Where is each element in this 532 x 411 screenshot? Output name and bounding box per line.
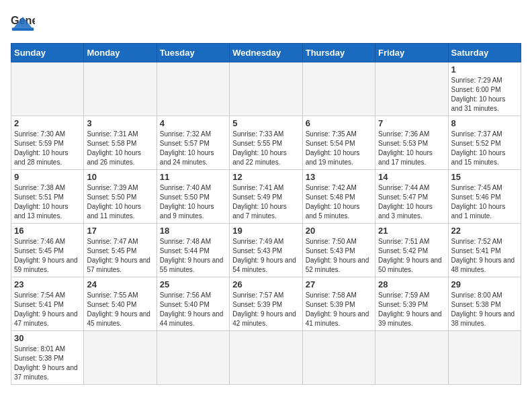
cell-sun-info: Sunrise: 7:37 AM Sunset: 5:52 PM Dayligh… <box>451 130 518 167</box>
day-number: 27 <box>306 279 372 289</box>
calendar-cell: 8Sunrise: 7:37 AM Sunset: 5:52 PM Daylig… <box>448 116 521 170</box>
calendar-cell: 18Sunrise: 7:48 AM Sunset: 5:44 PM Dayli… <box>157 224 229 277</box>
weekday-header-saturday: Saturday <box>448 44 521 62</box>
cell-sun-info: Sunrise: 7:31 AM Sunset: 5:58 PM Dayligh… <box>87 130 153 167</box>
cell-sun-info: Sunrise: 8:00 AM Sunset: 5:38 PM Dayligh… <box>451 291 518 328</box>
calendar-cell: 22Sunrise: 7:52 AM Sunset: 5:41 PM Dayli… <box>448 224 521 277</box>
day-number: 8 <box>451 118 518 128</box>
cell-sun-info: Sunrise: 7:32 AM Sunset: 5:57 PM Dayligh… <box>160 130 226 167</box>
day-number: 7 <box>378 118 445 128</box>
cell-sun-info: Sunrise: 7:45 AM Sunset: 5:46 PM Dayligh… <box>451 183 518 221</box>
cell-sun-info: Sunrise: 7:51 AM Sunset: 5:42 PM Dayligh… <box>378 237 445 275</box>
calendar-week-row: 2Sunrise: 7:30 AM Sunset: 5:59 PM Daylig… <box>11 116 521 170</box>
calendar-cell: 26Sunrise: 7:57 AM Sunset: 5:39 PM Dayli… <box>230 277 302 331</box>
calendar-cell: 15Sunrise: 7:45 AM Sunset: 5:46 PM Dayli… <box>448 170 521 224</box>
day-number: 13 <box>306 172 372 182</box>
cell-sun-info: Sunrise: 7:57 AM Sunset: 5:39 PM Dayligh… <box>232 291 299 328</box>
calendar-cell: 30Sunrise: 8:01 AM Sunset: 5:38 PM Dayli… <box>11 331 84 385</box>
calendar-week-row: 23Sunrise: 7:54 AM Sunset: 5:41 PM Dayli… <box>11 277 521 331</box>
cell-sun-info: Sunrise: 7:54 AM Sunset: 5:41 PM Dayligh… <box>14 291 81 328</box>
day-number: 19 <box>232 226 299 236</box>
calendar-cell: 21Sunrise: 7:51 AM Sunset: 5:42 PM Dayli… <box>375 224 448 277</box>
calendar-cell: 25Sunrise: 7:56 AM Sunset: 5:40 PM Dayli… <box>157 277 229 331</box>
day-number: 28 <box>378 279 445 289</box>
day-number: 4 <box>160 118 226 128</box>
cell-sun-info: Sunrise: 7:30 AM Sunset: 5:59 PM Dayligh… <box>14 130 81 167</box>
cell-sun-info: Sunrise: 7:59 AM Sunset: 5:39 PM Dayligh… <box>378 291 445 328</box>
day-number: 29 <box>451 279 518 289</box>
calendar-cell: 17Sunrise: 7:47 AM Sunset: 5:45 PM Dayli… <box>84 224 157 277</box>
calendar-week-row: 9Sunrise: 7:38 AM Sunset: 5:51 PM Daylig… <box>11 170 521 224</box>
calendar-cell <box>84 62 157 116</box>
day-number: 16 <box>14 226 81 236</box>
calendar-cell: 13Sunrise: 7:42 AM Sunset: 5:48 PM Dayli… <box>302 170 375 224</box>
cell-sun-info: Sunrise: 7:46 AM Sunset: 5:45 PM Dayligh… <box>14 237 81 275</box>
cell-sun-info: Sunrise: 7:38 AM Sunset: 5:51 PM Dayligh… <box>14 183 81 221</box>
cell-sun-info: Sunrise: 7:42 AM Sunset: 5:48 PM Dayligh… <box>306 183 372 221</box>
logo: General <box>11 11 38 35</box>
calendar-cell <box>157 62 229 116</box>
calendar-cell: 4Sunrise: 7:32 AM Sunset: 5:57 PM Daylig… <box>157 116 229 170</box>
day-number: 12 <box>232 172 299 182</box>
cell-sun-info: Sunrise: 7:35 AM Sunset: 5:54 PM Dayligh… <box>306 130 372 167</box>
calendar-cell: 29Sunrise: 8:00 AM Sunset: 5:38 PM Dayli… <box>448 277 521 331</box>
calendar-table: SundayMondayTuesdayWednesdayThursdayFrid… <box>11 43 521 385</box>
day-number: 1 <box>451 64 518 75</box>
day-number: 2 <box>14 118 81 128</box>
day-number: 25 <box>160 279 226 289</box>
day-number: 20 <box>306 226 372 236</box>
calendar-cell: 6Sunrise: 7:35 AM Sunset: 5:54 PM Daylig… <box>302 116 375 170</box>
calendar-cell: 5Sunrise: 7:33 AM Sunset: 5:55 PM Daylig… <box>230 116 302 170</box>
calendar-cell: 27Sunrise: 7:58 AM Sunset: 5:39 PM Dayli… <box>302 277 375 331</box>
weekday-header-thursday: Thursday <box>302 44 375 62</box>
weekday-header-wednesday: Wednesday <box>230 44 302 62</box>
logo-icon: General <box>11 11 35 35</box>
calendar-cell <box>448 331 521 385</box>
calendar-cell <box>302 62 375 116</box>
cell-sun-info: Sunrise: 7:33 AM Sunset: 5:55 PM Dayligh… <box>232 130 299 167</box>
day-number: 24 <box>87 279 153 289</box>
page-header: General <box>11 11 521 35</box>
calendar-week-row: 16Sunrise: 7:46 AM Sunset: 5:45 PM Dayli… <box>11 224 521 277</box>
weekday-header-tuesday: Tuesday <box>157 44 229 62</box>
calendar-cell <box>230 62 302 116</box>
calendar-week-row: 30Sunrise: 8:01 AM Sunset: 5:38 PM Dayli… <box>11 331 521 385</box>
calendar-cell: 14Sunrise: 7:44 AM Sunset: 5:47 PM Dayli… <box>375 170 448 224</box>
day-number: 15 <box>451 172 518 182</box>
calendar-cell: 19Sunrise: 7:49 AM Sunset: 5:43 PM Dayli… <box>230 224 302 277</box>
cell-sun-info: Sunrise: 7:29 AM Sunset: 6:00 PM Dayligh… <box>451 76 518 113</box>
day-number: 17 <box>87 226 153 236</box>
calendar-cell: 10Sunrise: 7:39 AM Sunset: 5:50 PM Dayli… <box>84 170 157 224</box>
svg-rect-2 <box>12 28 34 31</box>
day-number: 14 <box>378 172 445 182</box>
calendar-cell <box>230 331 302 385</box>
calendar-cell: 9Sunrise: 7:38 AM Sunset: 5:51 PM Daylig… <box>11 170 84 224</box>
calendar-cell: 11Sunrise: 7:40 AM Sunset: 5:50 PM Dayli… <box>157 170 229 224</box>
day-number: 30 <box>14 333 81 343</box>
cell-sun-info: Sunrise: 7:56 AM Sunset: 5:40 PM Dayligh… <box>160 291 226 328</box>
day-number: 21 <box>378 226 445 236</box>
weekday-header-sunday: Sunday <box>11 44 84 62</box>
calendar-cell <box>375 62 448 116</box>
day-number: 3 <box>87 118 153 128</box>
calendar-cell: 28Sunrise: 7:59 AM Sunset: 5:39 PM Dayli… <box>375 277 448 331</box>
day-number: 23 <box>14 279 81 289</box>
calendar-cell: 24Sunrise: 7:55 AM Sunset: 5:40 PM Dayli… <box>84 277 157 331</box>
day-number: 5 <box>232 118 299 128</box>
cell-sun-info: Sunrise: 7:47 AM Sunset: 5:45 PM Dayligh… <box>87 237 153 275</box>
weekday-header-friday: Friday <box>375 44 448 62</box>
day-number: 9 <box>14 172 81 182</box>
calendar-cell <box>157 331 229 385</box>
cell-sun-info: Sunrise: 7:49 AM Sunset: 5:43 PM Dayligh… <box>232 237 299 275</box>
day-number: 22 <box>451 226 518 236</box>
day-number: 11 <box>160 172 226 182</box>
cell-sun-info: Sunrise: 7:40 AM Sunset: 5:50 PM Dayligh… <box>160 183 226 221</box>
day-number: 26 <box>232 279 299 289</box>
calendar-cell <box>84 331 157 385</box>
calendar-cell: 2Sunrise: 7:30 AM Sunset: 5:59 PM Daylig… <box>11 116 84 170</box>
calendar-week-row: 1Sunrise: 7:29 AM Sunset: 6:00 PM Daylig… <box>11 62 521 116</box>
calendar-cell: 20Sunrise: 7:50 AM Sunset: 5:43 PM Dayli… <box>302 224 375 277</box>
cell-sun-info: Sunrise: 7:39 AM Sunset: 5:50 PM Dayligh… <box>87 183 153 221</box>
calendar-cell <box>302 331 375 385</box>
calendar-cell: 12Sunrise: 7:41 AM Sunset: 5:49 PM Dayli… <box>230 170 302 224</box>
